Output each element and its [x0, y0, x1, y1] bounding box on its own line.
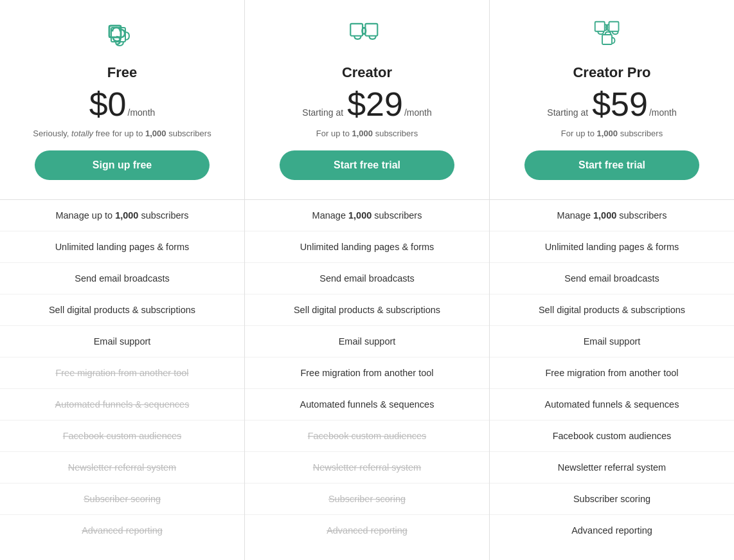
feature-item-creator-pro-1: Unlimited landing pages & forms	[490, 231, 734, 263]
plan-price-amount-creator-pro: $59	[592, 87, 648, 121]
pricing-table: Free$0/monthSeriously, totally free for …	[0, 0, 734, 560]
plan-features-creator-pro: Manage 1,000 subscribersUnlimited landin…	[490, 200, 734, 561]
feature-item-creator-pro-8: Newsletter referral system	[490, 452, 734, 483]
svg-rect-7	[602, 35, 612, 44]
feature-item-creator-10: Advanced reporting	[245, 515, 489, 546]
plan-col-creator-pro: Creator ProStarting at $59/monthFor up t…	[490, 0, 734, 560]
feature-item-free-9: Subscriber scoring	[0, 483, 244, 515]
feature-item-free-0: Manage up to 1,000 subscribers	[0, 200, 244, 231]
feature-item-creator-pro-10: Advanced reporting	[490, 515, 734, 546]
plan-header-creator-pro: Creator ProStarting at $59/monthFor up t…	[490, 0, 734, 200]
plan-price-period-creator: /month	[404, 107, 432, 118]
plan-name-creator-pro: Creator Pro	[573, 64, 650, 81]
feature-item-free-5: Free migration from another tool	[0, 357, 244, 389]
plan-price-amount-free: $0	[89, 87, 127, 121]
feature-item-free-4: Email support	[0, 326, 244, 357]
plan-icon-creator	[348, 19, 386, 58]
plan-price-prefix-creator-pro: Starting at	[547, 107, 588, 118]
feature-item-creator-1: Unlimited landing pages & forms	[245, 231, 489, 263]
plan-subtitle-free: Seriously, totally free for up to 1,000 …	[33, 127, 211, 140]
plan-price-amount-creator: $29	[347, 87, 403, 121]
svg-rect-4	[365, 24, 377, 36]
svg-rect-3	[350, 24, 363, 36]
feature-item-creator-pro-9: Subscriber scoring	[490, 483, 734, 515]
plan-col-creator: CreatorStarting at $29/monthFor up to 1,…	[245, 0, 490, 560]
feature-item-creator-9: Subscriber scoring	[245, 483, 489, 515]
feature-item-creator-pro-5: Free migration from another tool	[490, 357, 734, 389]
plan-price-row-creator: Starting at $29/month	[302, 87, 431, 121]
plan-subtitle-creator: For up to 1,000 subscribers	[316, 127, 418, 140]
feature-item-creator-0: Manage 1,000 subscribers	[245, 200, 489, 231]
plan-col-free: Free$0/monthSeriously, totally free for …	[0, 0, 245, 560]
feature-item-creator-pro-3: Sell digital products & subscriptions	[490, 294, 734, 326]
plan-icon-free	[103, 19, 141, 58]
feature-item-creator-pro-7: Facebook custom audiences	[490, 420, 734, 452]
feature-item-free-3: Sell digital products & subscriptions	[0, 294, 244, 326]
feature-item-creator-pro-4: Email support	[490, 326, 734, 357]
plan-cta-button-creator-pro[interactable]: Start free trial	[524, 150, 699, 180]
feature-item-creator-5: Free migration from another tool	[245, 357, 489, 389]
plan-cta-button-creator[interactable]: Start free trial	[280, 150, 454, 180]
feature-item-creator-8: Newsletter referral system	[245, 452, 489, 483]
plan-price-period-free: /month	[128, 107, 156, 118]
plan-cta-button-free[interactable]: Sign up free	[35, 150, 210, 180]
feature-item-creator-7: Facebook custom audiences	[245, 420, 489, 452]
feature-item-creator-pro-0: Manage 1,000 subscribers	[490, 200, 734, 231]
plan-subtitle-creator-pro: For up to 1,000 subscribers	[561, 127, 663, 140]
plan-features-free: Manage up to 1,000 subscribersUnlimited …	[0, 200, 244, 561]
svg-rect-5	[595, 22, 605, 32]
plan-header-free: Free$0/monthSeriously, totally free for …	[0, 0, 244, 200]
plan-price-period-creator-pro: /month	[649, 107, 677, 118]
plan-features-creator: Manage 1,000 subscribersUnlimited landin…	[245, 200, 489, 561]
feature-item-creator-6: Automated funnels & sequences	[245, 389, 489, 420]
plan-price-row-free: $0/month	[89, 87, 156, 121]
feature-item-free-2: Send email broadcasts	[0, 263, 244, 294]
feature-item-creator-4: Email support	[245, 326, 489, 357]
feature-item-creator-2: Send email broadcasts	[245, 263, 489, 294]
feature-item-creator-pro-2: Send email broadcasts	[490, 263, 734, 294]
feature-item-free-10: Advanced reporting	[0, 515, 244, 546]
plan-name-free: Free	[107, 64, 137, 81]
svg-rect-6	[609, 22, 619, 32]
plan-price-row-creator-pro: Starting at $59/month	[547, 87, 676, 121]
feature-item-free-7: Facebook custom audiences	[0, 420, 244, 452]
plan-price-prefix-creator: Starting at	[302, 107, 343, 118]
feature-item-free-8: Newsletter referral system	[0, 452, 244, 483]
feature-item-free-1: Unlimited landing pages & forms	[0, 231, 244, 263]
plan-icon-creator-pro	[593, 19, 631, 58]
plan-header-creator: CreatorStarting at $29/monthFor up to 1,…	[245, 0, 489, 200]
feature-item-creator-3: Sell digital products & subscriptions	[245, 294, 489, 326]
feature-item-creator-pro-6: Automated funnels & sequences	[490, 389, 734, 420]
plan-name-creator: Creator	[342, 64, 392, 81]
feature-item-free-6: Automated funnels & sequences	[0, 389, 244, 420]
